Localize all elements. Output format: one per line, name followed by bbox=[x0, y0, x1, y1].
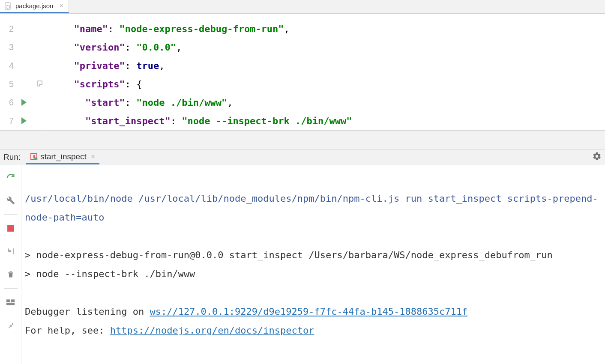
npm-run-icon bbox=[30, 152, 38, 161]
run-panel-header: Run: start_inspect × bbox=[0, 149, 605, 165]
gutter-row: 7 bbox=[0, 112, 47, 130]
run-tab-start-inspect[interactable]: start_inspect × bbox=[26, 149, 99, 164]
line-number: 7 bbox=[7, 116, 14, 126]
trash-button[interactable] bbox=[5, 269, 17, 280]
run-gutter-icon[interactable] bbox=[21, 99, 27, 106]
console-output[interactable]: /usr/local/bin/node /usr/local/lib/node_… bbox=[21, 165, 605, 364]
svg-rect-6 bbox=[6, 299, 10, 302]
line-number: 4 bbox=[7, 61, 14, 71]
gutter-row: 2 bbox=[0, 20, 47, 38]
code-line[interactable]: "scripts": { bbox=[63, 75, 605, 93]
close-icon[interactable]: × bbox=[59, 2, 63, 10]
line-number: 2 bbox=[7, 24, 14, 34]
svg-text:{}: {} bbox=[6, 5, 11, 9]
console-line: Debugger listening on bbox=[25, 306, 150, 317]
gutter-row: 4 bbox=[0, 57, 47, 75]
pin-button[interactable] bbox=[5, 319, 17, 331]
wrench-button[interactable] bbox=[5, 194, 17, 206]
svg-rect-7 bbox=[11, 299, 14, 302]
stop-button[interactable] bbox=[5, 222, 17, 234]
code-line[interactable]: "version": "0.0.0", bbox=[63, 38, 605, 57]
editor[interactable]: 234567 "name": "node-express-debug-from-… bbox=[0, 14, 605, 130]
code-line[interactable]: "start_inspect": "node --inspect-brk ./b… bbox=[63, 112, 605, 130]
code-line[interactable]: "start": "node ./bin/www", bbox=[63, 93, 605, 112]
svg-rect-5 bbox=[7, 225, 14, 232]
line-number: 6 bbox=[7, 98, 14, 107]
code-line[interactable]: "name": "node-express-debug-from-run", bbox=[63, 20, 605, 38]
scroll-to-end-button[interactable] bbox=[5, 245, 17, 257]
code-line[interactable]: "private": true, bbox=[63, 57, 605, 75]
fold-icon[interactable] bbox=[36, 80, 43, 88]
panel-separator bbox=[0, 130, 605, 149]
run-panel-body: /usr/local/bin/node /usr/local/lib/node_… bbox=[0, 165, 605, 364]
debugger-ws-link[interactable]: ws://127.0.0.1:9229/d9e19259-f7fc-44fa-b… bbox=[150, 306, 467, 317]
gutter-row: 6 bbox=[0, 93, 47, 112]
toolbar-separator bbox=[4, 288, 18, 289]
run-label: Run: bbox=[3, 152, 21, 162]
gutter-row: 5 bbox=[0, 75, 47, 93]
line-number: 5 bbox=[7, 79, 14, 89]
svg-rect-3 bbox=[33, 155, 35, 158]
run-gutter-icon[interactable] bbox=[21, 117, 27, 124]
toolbar-separator bbox=[4, 214, 18, 215]
editor-tab-bar: {} package.json × bbox=[0, 0, 605, 14]
inspector-help-link[interactable]: https://nodejs.org/en/docs/inspector bbox=[110, 325, 314, 336]
close-icon[interactable]: × bbox=[91, 152, 95, 161]
console-line: > node-express-debug-from-run@0.0.0 star… bbox=[25, 250, 553, 260]
code-content[interactable]: "name": "node-express-debug-from-run", "… bbox=[47, 14, 605, 130]
line-number: 3 bbox=[7, 42, 14, 52]
gutter-row: 3 bbox=[0, 38, 47, 57]
layout-button[interactable] bbox=[5, 296, 17, 308]
editor-gutter: 234567 bbox=[0, 14, 47, 130]
settings-icon[interactable] bbox=[592, 152, 602, 162]
run-toolbar bbox=[0, 165, 21, 364]
console-line: For help, see: bbox=[25, 325, 110, 336]
editor-tab-label: package.json bbox=[15, 2, 53, 9]
run-tab-label: start_inspect bbox=[40, 152, 87, 161]
console-cmd: /usr/local/bin/node /usr/local/lib/node_… bbox=[25, 193, 598, 223]
editor-tab-package-json[interactable]: {} package.json × bbox=[0, 0, 69, 13]
json-file-icon: {} bbox=[4, 2, 12, 10]
svg-rect-8 bbox=[6, 303, 15, 305]
rerun-button[interactable] bbox=[5, 171, 17, 183]
console-line: > node --inspect-brk ./bin/www bbox=[25, 269, 195, 279]
